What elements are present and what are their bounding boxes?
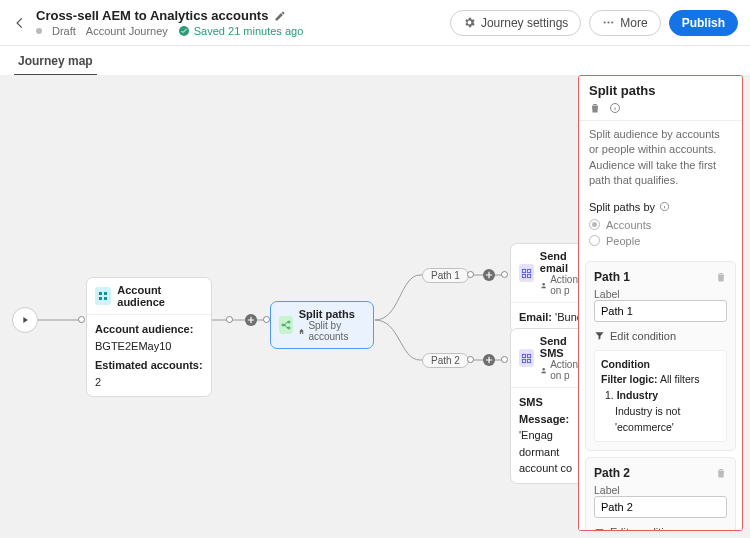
radio-people[interactable]: People bbox=[589, 233, 732, 249]
svg-rect-13 bbox=[522, 274, 525, 277]
svg-rect-17 bbox=[527, 354, 530, 357]
svg-point-9 bbox=[288, 321, 290, 323]
split-by-label: Split paths by bbox=[589, 201, 655, 213]
more-icon bbox=[602, 16, 615, 29]
delete-path-icon[interactable] bbox=[715, 467, 727, 479]
info-icon[interactable] bbox=[659, 201, 670, 212]
filter-icon bbox=[594, 527, 605, 531]
filter-icon bbox=[594, 330, 605, 341]
add-node-button[interactable] bbox=[245, 314, 257, 326]
svg-point-10 bbox=[288, 327, 290, 329]
condition-summary: Condition Filter logic: All filters 1. I… bbox=[594, 350, 727, 443]
svg-rect-18 bbox=[522, 359, 525, 362]
action-icon bbox=[519, 349, 534, 367]
action-icon bbox=[519, 264, 534, 282]
node-split-paths[interactable]: Split paths Split by accounts bbox=[270, 301, 374, 349]
saved-indicator: Saved 21 minutes ago bbox=[178, 25, 303, 37]
svg-point-8 bbox=[282, 324, 284, 326]
status-label: Draft bbox=[52, 25, 76, 37]
add-node-button[interactable] bbox=[483, 354, 495, 366]
gear-icon bbox=[463, 16, 476, 29]
split-icon bbox=[279, 316, 293, 334]
person-icon bbox=[540, 281, 547, 290]
path-pill-2[interactable]: Path 2 bbox=[422, 353, 469, 368]
svg-point-20 bbox=[542, 368, 544, 370]
svg-rect-14 bbox=[527, 274, 530, 277]
path-pill-1[interactable]: Path 1 bbox=[422, 268, 469, 283]
svg-rect-6 bbox=[99, 297, 102, 300]
edit-title-icon[interactable] bbox=[274, 10, 286, 22]
tab-journey-map[interactable]: Journey map bbox=[14, 46, 97, 76]
connector-dot bbox=[467, 356, 474, 363]
publish-button[interactable]: Publish bbox=[669, 10, 738, 36]
connector-dot bbox=[263, 316, 270, 323]
path-label-input[interactable] bbox=[594, 300, 727, 322]
page-title: Cross-sell AEM to Analytics accounts bbox=[36, 8, 268, 23]
connector-dot bbox=[226, 316, 233, 323]
path-card-2: Path 2 Label Edit condition Condition Fi… bbox=[585, 457, 736, 531]
path-card-1: Path 1 Label Edit condition Condition Fi… bbox=[585, 261, 736, 452]
status-dot bbox=[36, 28, 42, 34]
connector-dot bbox=[78, 316, 85, 323]
top-bar: Cross-sell AEM to Analytics accounts Dra… bbox=[0, 0, 750, 46]
svg-rect-11 bbox=[522, 269, 525, 272]
svg-point-3 bbox=[612, 21, 614, 23]
more-button[interactable]: More bbox=[589, 10, 660, 36]
properties-panel: Split paths Split audience by accounts o… bbox=[578, 75, 743, 531]
node-account-audience[interactable]: Account audience Account audience: BGTE2… bbox=[86, 277, 212, 397]
person-icon bbox=[540, 366, 547, 375]
delete-icon[interactable] bbox=[589, 102, 601, 114]
connector-dot bbox=[501, 356, 508, 363]
journey-settings-button[interactable]: Journey settings bbox=[450, 10, 581, 36]
connector-dot bbox=[467, 271, 474, 278]
panel-title: Split paths bbox=[579, 75, 742, 102]
svg-point-1 bbox=[604, 21, 606, 23]
title-block: Cross-sell AEM to Analytics accounts Dra… bbox=[36, 8, 442, 37]
svg-rect-5 bbox=[104, 292, 107, 295]
svg-rect-4 bbox=[99, 292, 102, 295]
radio-accounts[interactable]: Accounts bbox=[589, 217, 732, 233]
panel-description: Split audience by accounts or people wit… bbox=[579, 120, 742, 195]
svg-rect-16 bbox=[522, 354, 525, 357]
svg-point-2 bbox=[608, 21, 610, 23]
svg-rect-12 bbox=[527, 269, 530, 272]
edit-condition-link[interactable]: Edit condition bbox=[594, 526, 727, 531]
accounts-icon bbox=[299, 327, 306, 336]
back-button[interactable] bbox=[12, 15, 28, 31]
path-label-input[interactable] bbox=[594, 496, 727, 518]
delete-path-icon[interactable] bbox=[715, 271, 727, 283]
info-icon[interactable] bbox=[609, 102, 621, 114]
audience-icon bbox=[95, 287, 111, 305]
svg-point-15 bbox=[542, 283, 544, 285]
breadcrumb: Account Journey bbox=[86, 25, 168, 37]
svg-rect-19 bbox=[527, 359, 530, 362]
tabs: Journey map bbox=[0, 46, 750, 77]
connector-dot bbox=[501, 271, 508, 278]
edit-condition-link[interactable]: Edit condition bbox=[594, 330, 727, 342]
add-node-button[interactable] bbox=[483, 269, 495, 281]
svg-rect-7 bbox=[104, 297, 107, 300]
